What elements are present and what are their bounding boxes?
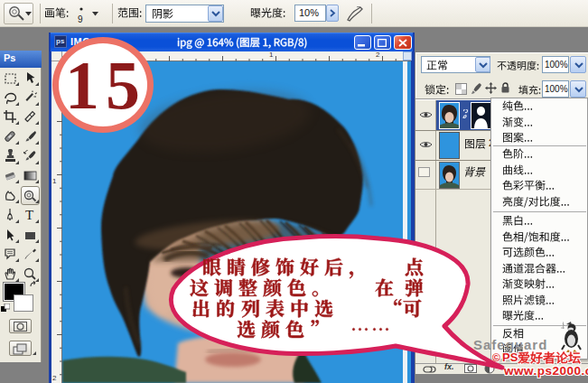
- svg-text:T: T: [25, 208, 33, 222]
